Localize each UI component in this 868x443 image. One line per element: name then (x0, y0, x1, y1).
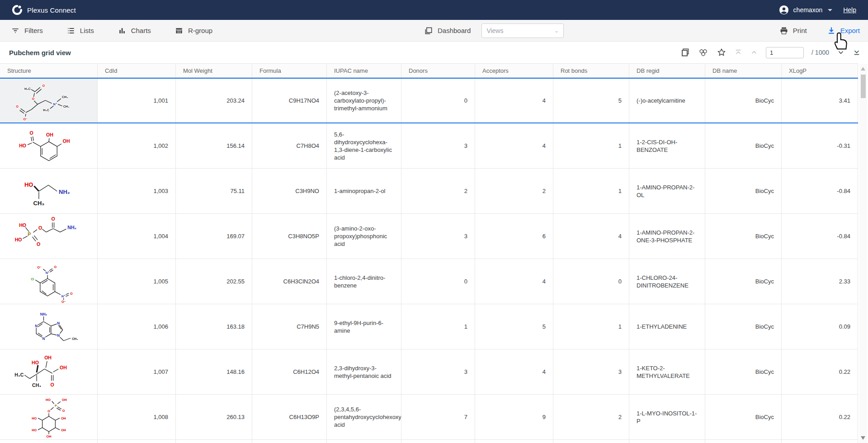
structure-image[interactable]: H₃C O O O O⁻ N⁺ CH₃ CH₃ H₃C (0, 79, 98, 123)
cell-formula[interactable]: C6H3ClN2O4 (252, 259, 327, 304)
structure-image[interactable]: NH₂ N N N N CH₃ (0, 304, 98, 349)
cell-mol-weight[interactable]: 260.13 (176, 395, 252, 439)
cell-formula[interactable]: C6H12O4 (252, 349, 327, 394)
column-header-acceptors[interactable]: Acceptors (475, 64, 553, 77)
cell-db-regid[interactable]: 1-KETO-2-METHYLVALERATE (629, 349, 705, 394)
cell-rot-bonds[interactable]: 1 (553, 169, 629, 213)
structure-image[interactable]: O⁻ N⁺ O Cl N⁺ O O⁻ (0, 259, 98, 304)
cell-formula[interactable]: C6H13O9P (252, 395, 327, 439)
help-link[interactable]: Help (843, 6, 856, 14)
column-header-mol-weight[interactable]: Mol Weight (176, 64, 252, 77)
cell-rot-bonds[interactable]: 1 (553, 123, 629, 168)
cell-donors[interactable]: 1 (401, 304, 475, 349)
cell-donors[interactable]: 2 (401, 169, 475, 213)
table-row[interactable]: O HO OH OH 1,002 156.14 C7H8O4 5,6-dihyd… (0, 123, 858, 169)
user-menu-caret-icon[interactable] (828, 9, 832, 11)
cell-db-name[interactable]: BioCyc (705, 79, 782, 123)
cell-iupac[interactable]: 5,6-dihydroxycyclohexa-1,3-diene-1-carbo… (327, 123, 401, 168)
user-menu[interactable]: chemaxon (793, 6, 823, 14)
scroll-up-arrow-icon[interactable] (861, 67, 865, 71)
filters-button[interactable]: Filters (11, 26, 43, 35)
cell-cdid[interactable]: 1,007 (98, 349, 176, 394)
cell-cdid[interactable]: 1,008 (98, 395, 176, 439)
column-header-structure[interactable]: Structure (0, 64, 98, 77)
lists-button[interactable]: Lists (66, 26, 94, 35)
rgroup-button[interactable]: R-group (175, 26, 212, 35)
structure-image[interactable]: HO HO P O O O NH₂ (0, 214, 98, 259)
cell-donors[interactable]: 3 (401, 214, 475, 259)
export-button[interactable]: Export (827, 26, 860, 35)
cell-xlogp[interactable]: 0.22 (782, 349, 858, 394)
cell-xlogp[interactable]: -0.84 (782, 214, 858, 259)
cell-rot-bonds[interactable]: 5 (553, 79, 629, 123)
cell-acceptors[interactable]: 4 (475, 79, 553, 123)
cell-cdid[interactable]: 1,002 (98, 123, 176, 168)
column-header-xlogp[interactable]: XLogP (782, 64, 858, 77)
cell-cdid[interactable]: 1,006 (98, 304, 176, 349)
cell-iupac[interactable]: 2,3-dihydroxy-3-methyl-pentanoic acid (327, 349, 401, 394)
cell-rot-bonds[interactable]: 4 (553, 214, 629, 259)
cell-xlogp[interactable]: -0.84 (782, 169, 858, 213)
structure-image[interactable]: O HO OH OH (0, 123, 98, 168)
cell-rot-bonds[interactable]: 0 (553, 259, 629, 304)
cell-mol-weight[interactable]: 163.18 (176, 304, 252, 349)
table-row[interactable]: HO OH P O O HO OH HO OH OH 1,008 260.13 … (0, 395, 858, 440)
structure-image[interactable]: H₃C HO OH OH CH₃ O (0, 349, 98, 394)
cell-iupac[interactable]: (2,3,4,5,6-pentahydroxycyclohexoxy)phosp… (327, 395, 401, 439)
table-row-partial[interactable] (0, 440, 858, 443)
dashboard-button[interactable]: Dashboard (424, 26, 471, 35)
column-header-db-name[interactable]: DB name (705, 64, 782, 77)
cell-formula[interactable]: C3H9NO (252, 169, 327, 213)
print-button[interactable]: Print (779, 26, 807, 35)
cell-formula[interactable]: C9H17NO4 (252, 79, 327, 123)
column-header-donors[interactable]: Donors (401, 64, 475, 77)
cell-cdid[interactable]: 1,004 (98, 214, 176, 259)
cell-iupac[interactable]: 9-ethyl-9H-purin-6-amine (327, 304, 401, 349)
cell-acceptors[interactable]: 4 (475, 123, 553, 168)
cell-donors[interactable]: 7 (401, 395, 475, 439)
cell-db-regid[interactable]: 1-ETHYLADENINE (629, 304, 705, 349)
cell-db-name[interactable]: BioCyc (705, 304, 782, 349)
cell-acceptors[interactable]: 9 (475, 395, 553, 439)
column-header-db-regid[interactable]: DB regid (629, 64, 705, 77)
column-header-iupac[interactable]: IUPAC name (327, 64, 401, 77)
cell-acceptors[interactable]: 2 (475, 169, 553, 213)
cell-acceptors[interactable]: 6 (475, 214, 553, 259)
structure-image[interactable]: HO NH₂ CH₃ (0, 169, 98, 213)
next-record-button[interactable] (837, 48, 845, 57)
favorite-button[interactable] (717, 47, 726, 57)
cell-xlogp[interactable]: 0.22 (782, 395, 858, 439)
previous-record-button[interactable] (750, 48, 758, 57)
table-row[interactable]: H₃C O O O O⁻ N⁺ CH₃ CH₃ H₃C 1,001 203.24… (0, 78, 858, 123)
cell-cdid[interactable]: 1,005 (98, 259, 176, 304)
cell-mol-weight[interactable]: 148.16 (176, 349, 252, 394)
cell-donors[interactable]: 3 (401, 349, 475, 394)
first-record-button[interactable] (734, 48, 742, 57)
cell-cdid[interactable]: 1,001 (98, 79, 176, 123)
cell-db-regid[interactable]: (-)o-acetylcarnitine (629, 79, 705, 123)
copy-view-button[interactable] (681, 48, 690, 57)
cell-iupac[interactable]: 1-chloro-2,4-dinitro-benzene (327, 259, 401, 304)
structure-search-button[interactable] (698, 47, 709, 57)
cell-rot-bonds[interactable]: 3 (553, 349, 629, 394)
cell-xlogp[interactable]: 0.09 (782, 304, 858, 349)
cell-mol-weight[interactable]: 169.07 (176, 214, 252, 259)
cell-db-name[interactable]: BioCyc (705, 395, 782, 439)
table-row[interactable]: H₃C HO OH OH CH₃ O 1,007 148.16 C6H12O4 … (0, 349, 858, 395)
table-row[interactable]: O⁻ N⁺ O Cl N⁺ O O⁻ 1,005 202.55 C6H3ClN2… (0, 259, 858, 304)
cell-db-name[interactable]: BioCyc (705, 123, 782, 168)
cell-xlogp[interactable]: 2.33 (782, 259, 858, 304)
column-header-rot-bonds[interactable]: Rot bonds (553, 64, 629, 77)
last-record-button[interactable] (853, 48, 861, 57)
cell-donors[interactable]: 0 (401, 259, 475, 304)
cell-db-name[interactable]: BioCyc (705, 259, 782, 304)
cell-iupac[interactable]: (3-amino-2-oxo-propoxy)phosphonic acid (327, 214, 401, 259)
cell-acceptors[interactable]: 4 (475, 259, 553, 304)
cell-db-name[interactable]: BioCyc (705, 169, 782, 213)
table-row[interactable]: HO NH₂ CH₃ 1,003 75.11 C3H9NO 1-aminopro… (0, 169, 858, 214)
cell-iupac[interactable]: (2-acetoxy-3-carboxylato-propyl)-trimeth… (327, 79, 401, 123)
column-header-cdid[interactable]: CdId (98, 64, 176, 77)
cell-xlogp[interactable]: 3.41 (782, 79, 858, 123)
cell-formula[interactable]: C7H8O4 (252, 123, 327, 168)
cell-donors[interactable]: 0 (401, 79, 475, 123)
